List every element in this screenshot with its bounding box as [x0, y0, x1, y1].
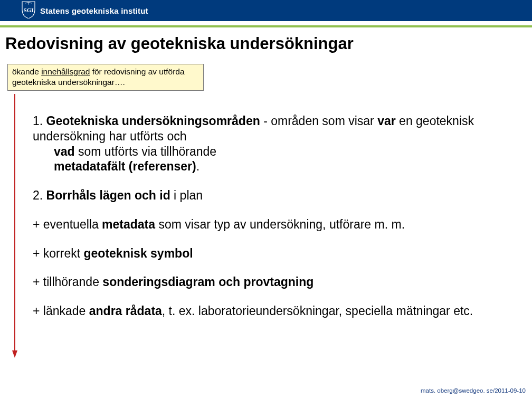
- list-item-5: + tillhörande sonderingsdiagram och prov…: [33, 274, 516, 290]
- logo: SGI Statens geotekniska institut: [21, 1, 148, 21]
- content-list: 1. Geotekniska undersökningsområden - om…: [33, 113, 516, 332]
- item-text: geoteknisk symbol: [84, 246, 193, 260]
- item-text: var: [377, 114, 396, 128]
- item-text: sonderingsdiagram och provtagning: [102, 275, 314, 289]
- item-text: som utförts via tillhörande: [75, 145, 216, 158]
- callout-pre: ökande: [12, 67, 41, 76]
- svg-marker-2: [12, 350, 17, 358]
- item-text: Borrhåls lägen och id: [46, 188, 170, 202]
- item-text: + eventuella: [33, 217, 102, 231]
- org-name: Statens geotekniska institut: [40, 6, 148, 15]
- list-item-1: 1. Geotekniska undersökningsområden - om…: [33, 113, 516, 174]
- list-item-4: + korrekt geoteknisk symbol: [33, 246, 516, 261]
- down-arrow-icon: [12, 94, 17, 358]
- item-text: + korrekt: [33, 246, 84, 260]
- item-text: i plan: [170, 188, 203, 202]
- footer-text: mats. oberg@swedgeo. se/2011-09-10: [421, 387, 526, 394]
- item-text: + länkade: [33, 304, 89, 318]
- list-item-3: + eventuella metadata som visar typ av u…: [33, 217, 516, 232]
- page-title: Redovisning av geotekniska undersökninga…: [0, 27, 532, 58]
- item-text: vad: [54, 145, 75, 158]
- list-item-6: + länkade andra rådata, t. ex. laborator…: [33, 303, 516, 319]
- item-text: andra rådata: [89, 304, 162, 318]
- sgi-crest-icon: SGI: [21, 1, 36, 21]
- item-text: Geotekniska undersökningsområden: [46, 114, 260, 128]
- logo-abbrev: SGI: [24, 7, 34, 13]
- svg-point-0: [28, 4, 29, 5]
- item-text: metadata: [102, 217, 155, 231]
- item-text: som visar typ av undersökning, utförare …: [155, 217, 405, 231]
- header: SGI Statens geotekniska institut: [0, 0, 532, 21]
- item-text: + tillhörande: [33, 275, 102, 289]
- item-text: - områden som visar: [260, 114, 377, 128]
- callout-box: ökande innehållsgrad för redovisning av …: [7, 64, 204, 91]
- item-text: , t. ex. laboratorieundersökningar, spec…: [162, 304, 473, 318]
- list-item-2: 2. Borrhåls lägen och id i plan: [33, 188, 516, 203]
- item-text: .: [196, 159, 200, 173]
- callout-underlined: innehållsgrad: [41, 67, 90, 76]
- item-num: 2.: [33, 188, 46, 202]
- title-rest: av geotekniska undersökningar: [103, 34, 354, 53]
- item-num: 1.: [33, 114, 46, 128]
- item-text: metadatafält (referenser): [54, 159, 196, 173]
- title-bold: Redovisning: [5, 34, 103, 53]
